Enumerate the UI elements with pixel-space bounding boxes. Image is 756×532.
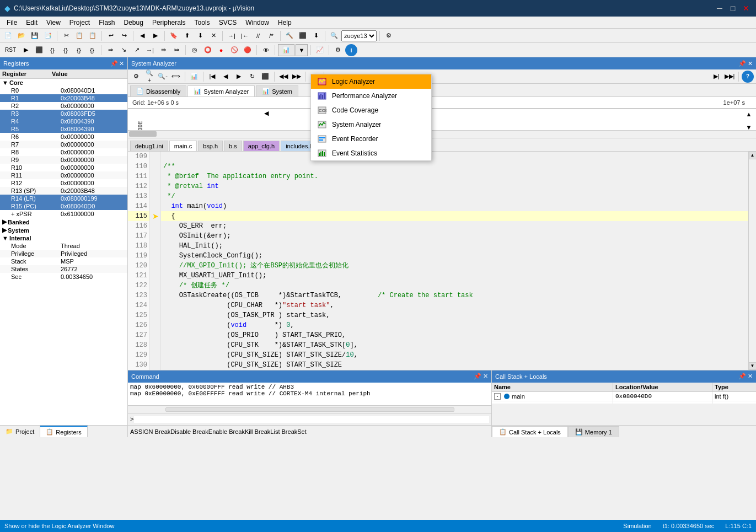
sa-prev-btn[interactable]: ◀ <box>219 71 232 83</box>
sys-analyzer-pin-btn[interactable]: 📌 <box>738 60 746 67</box>
sa-help-btn[interactable]: ? <box>742 71 754 83</box>
watch-btn[interactable]: 👁 <box>260 44 272 56</box>
indent-btn[interactable]: →| <box>226 30 238 42</box>
comment-btn[interactable]: // <box>252 30 264 42</box>
search-btn[interactable]: 🔍 <box>328 30 340 42</box>
sa-zoom-out-btn[interactable]: 🔍- <box>157 71 169 83</box>
menu-view[interactable]: View <box>42 18 65 28</box>
sa-tab-system[interactable]: 📊 System <box>256 85 298 96</box>
setup-btn[interactable]: ⚙ <box>332 44 344 56</box>
reset-btn[interactable]: RST <box>2 44 19 56</box>
callstack-close-btn[interactable]: ✕ <box>748 373 753 379</box>
sa-nav-down[interactable]: ▼ <box>743 121 755 130</box>
toggle-bp-btn[interactable]: ● <box>215 44 227 56</box>
code-vertical-scrollbar[interactable]: ▲ ▼ <box>748 152 756 370</box>
cut-btn[interactable]: ✂ <box>60 30 72 42</box>
sa-next-btn[interactable]: ▶ <box>233 71 245 83</box>
logic-analyzer-arrow-btn[interactable]: ▼ <box>296 44 308 56</box>
paste-btn[interactable]: 📋 <box>87 30 99 42</box>
menu-item-performance-analyzer[interactable]: Performance Analyzer <box>311 89 431 103</box>
download-btn[interactable]: ⬇ <box>310 30 322 42</box>
menu-tools[interactable]: Tools <box>190 18 215 28</box>
logic-analyzer-dropdown-btn[interactable]: 📊 <box>278 44 294 56</box>
curly-btn3[interactable]: {} <box>73 44 85 56</box>
sa-update-btn[interactable]: ↻ <box>246 71 258 83</box>
stop-debug-btn[interactable]: ⬛ <box>33 44 45 56</box>
nav-fwd-btn[interactable]: ▶ <box>149 30 162 42</box>
sa-go-start-btn[interactable]: |◀ <box>206 71 218 83</box>
close-button[interactable]: ✕ <box>741 3 752 14</box>
sa-tab-disassembly[interactable]: 📄 Disassembly <box>130 85 186 96</box>
breakpoint-btn[interactable]: ⭕ <box>202 44 214 56</box>
info-btn[interactable]: i <box>345 44 357 56</box>
sa-nav-up[interactable]: ▲ <box>743 108 755 120</box>
sa-stop-btn[interactable]: ⬛ <box>259 71 271 83</box>
code-scroll-down[interactable]: ▼ <box>749 362 757 370</box>
build-target-select[interactable]: zuoye13 <box>341 30 377 41</box>
sa-export-btn[interactable]: 📊 <box>188 71 200 83</box>
menu-peripherals[interactable]: Peripherals <box>148 18 190 28</box>
reg-group-internal[interactable]: ▼ Internal <box>0 234 127 242</box>
menu-project[interactable]: Project <box>65 18 94 28</box>
command-input[interactable] <box>134 416 489 423</box>
bp-manager-btn[interactable]: 🔴 <box>242 44 254 56</box>
sa-scroll-left[interactable]: ◀ <box>260 108 272 120</box>
sa-zoom-in-btn[interactable]: 🔍+ <box>143 71 156 83</box>
menu-debug[interactable]: Debug <box>120 18 148 28</box>
menu-help[interactable]: Help <box>274 18 296 28</box>
stop-btn[interactable]: ⬛ <box>297 30 309 42</box>
next-bookmark-btn[interactable]: ⬇ <box>194 30 206 42</box>
tab-project[interactable]: 📁 Project <box>0 426 40 437</box>
open-btn[interactable]: 📂 <box>15 30 28 42</box>
menu-file[interactable]: File <box>2 18 22 28</box>
menu-item-system-analyzer[interactable]: System Analyzer <box>311 117 431 132</box>
menu-item-event-statistics[interactable]: Event Statistics <box>311 146 431 160</box>
save-all-btn[interactable]: 📑 <box>42 30 54 42</box>
clear-bp-btn[interactable]: 🚫 <box>228 44 240 56</box>
new-file-btn[interactable]: 📄 <box>2 30 14 42</box>
sa-settings-btn[interactable]: ⚙ <box>130 71 142 83</box>
reg-group-system[interactable]: ▶ System <box>0 226 127 234</box>
command-scroll-thumb[interactable] <box>165 407 454 412</box>
code-content[interactable]: /** * @brief The application entry point… <box>161 152 748 370</box>
build-btn[interactable]: 🔨 <box>283 30 296 42</box>
redo-btn[interactable]: ↪ <box>118 30 130 42</box>
step-inst-btn[interactable]: ⇛ <box>157 44 169 56</box>
performance-btn[interactable]: 📈 <box>314 44 326 56</box>
sa-scroll-left-btn[interactable]: ◀◀ <box>277 71 289 83</box>
menu-flash[interactable]: Flash <box>94 18 119 28</box>
bottom-tab-callstack[interactable]: 📋 Call Stack + Locals <box>492 426 568 437</box>
registers-close-btn[interactable]: ✕ <box>119 60 124 67</box>
nav-back-btn[interactable]: ◀ <box>136 30 148 42</box>
code-tab-bs[interactable]: b.s <box>224 141 242 151</box>
menu-svcs[interactable]: SVCS <box>215 18 242 28</box>
command-close-btn[interactable]: ✕ <box>483 373 488 379</box>
sa-right-btn[interactable]: ▶| <box>710 71 722 83</box>
minimize-button[interactable]: ─ <box>714 3 725 14</box>
run-to-cursor-btn[interactable]: →| <box>144 44 156 56</box>
sa-right-btn2[interactable]: ▶▶| <box>723 71 736 83</box>
copy-btn[interactable]: 📋 <box>73 30 85 42</box>
step-inst-over-btn[interactable]: ⤇ <box>170 44 183 56</box>
menu-item-event-recorder[interactable]: Event Recorder <box>311 132 431 146</box>
command-scrollbar[interactable] <box>128 405 491 413</box>
uncomment-btn[interactable]: /* <box>265 30 277 42</box>
callstack-main-expand[interactable]: - <box>494 393 501 400</box>
menu-item-logic-analyzer[interactable]: Logic Analyzer <box>311 74 431 89</box>
code-tab-mainc[interactable]: main.c <box>169 141 197 151</box>
reg-group-banked[interactable]: ▶ Banked <box>0 218 127 226</box>
settings-btn[interactable]: ⚙ <box>383 30 395 42</box>
step-in-btn[interactable]: ↘ <box>117 44 130 56</box>
sa-zoom-fit-btn[interactable]: ⟺ <box>170 71 182 83</box>
registers-pin-btn[interactable]: 📌 <box>110 60 118 67</box>
bottom-tab-memory1[interactable]: 💾 Memory 1 <box>568 426 619 437</box>
callstack-pin-btn[interactable]: 📌 <box>738 373 746 379</box>
tab-registers[interactable]: 📋 Registers <box>40 426 87 437</box>
curly-btn1[interactable]: {} <box>46 44 58 56</box>
callstack-row-main[interactable]: - main 0x080040D0 int f() <box>492 392 756 401</box>
menu-item-code-coverage[interactable]: CODE Code Coverage <box>311 103 431 117</box>
prev-bookmark-btn[interactable]: ⬆ <box>181 30 193 42</box>
code-tab-debug1ini[interactable]: debug1.ini <box>130 141 168 151</box>
curly-btn4[interactable]: {} <box>86 44 98 56</box>
clear-bookmarks-btn[interactable]: ✕ <box>207 30 219 42</box>
